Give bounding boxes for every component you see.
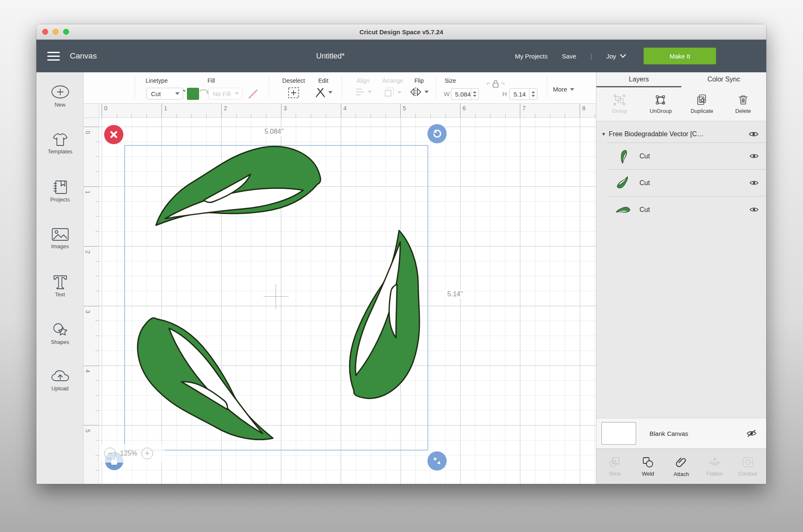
eye-icon	[749, 180, 759, 186]
blank-canvas-visibility-toggle[interactable]	[746, 429, 757, 438]
layer-visibility-toggle[interactable]	[749, 206, 759, 213]
width-input[interactable]: 5.084	[451, 88, 479, 100]
paperclip-icon	[675, 456, 688, 468]
layer-actions-bar: Slice Weld Attach Flatten Contour	[596, 448, 766, 484]
flatten-button[interactable]: Flatten	[698, 449, 731, 484]
linetype-dropdown[interactable]: Cut	[146, 88, 183, 99]
slice-button[interactable]: Slice	[598, 449, 632, 484]
zoom-level: 125%	[120, 450, 137, 457]
resize-selection-handle[interactable]	[427, 451, 447, 471]
layer-visibility-toggle[interactable]	[749, 153, 759, 159]
fill-dropdown[interactable]: No Fill	[208, 88, 243, 99]
zoom-in-button[interactable]: +	[141, 448, 153, 459]
flip-icon	[410, 87, 422, 97]
zoom-out-button[interactable]: −	[104, 448, 116, 459]
main-area: Linetype Cut Fill No Fill Deselect	[84, 72, 596, 484]
chevron-down-icon	[397, 91, 402, 94]
chevron-down-icon	[235, 92, 239, 95]
machine-selector[interactable]: Joy	[606, 53, 626, 60]
selection-bounding-box[interactable]	[124, 145, 428, 451]
selection-height-label: 5.14"	[445, 290, 465, 298]
delete-selection-handle[interactable]	[104, 125, 123, 144]
ruler-corner	[84, 104, 99, 118]
design-canvas[interactable]: 5.084" 5.14" − 125% +	[99, 118, 596, 484]
linetype-label: Linetype	[146, 77, 168, 84]
make-it-button[interactable]: Make It	[644, 48, 716, 64]
chevron-down-icon	[570, 88, 574, 91]
top-navbar: Canvas Untitled* My Projects Save | Joy …	[36, 40, 766, 72]
eye-off-icon	[746, 429, 757, 438]
more-button[interactable]: More	[553, 86, 574, 93]
sidebar-item-images[interactable]: Images	[36, 227, 84, 249]
linetype-color-swatch[interactable]	[187, 88, 199, 100]
width-stepper[interactable]	[471, 89, 478, 99]
toolbar-divider	[269, 76, 269, 98]
layer-row-cut-1[interactable]: Cut	[607, 143, 766, 169]
sidebar-item-templates[interactable]: Templates	[36, 132, 84, 155]
sidebar-item-text[interactable]: Text	[36, 275, 84, 298]
chevron-down-icon	[175, 92, 179, 95]
toolbar-divider	[135, 76, 135, 98]
edit-button[interactable]: Edit	[312, 77, 335, 98]
height-input[interactable]: 5.14	[509, 88, 537, 100]
flip-button[interactable]: Flip	[409, 77, 429, 97]
machine-name: Joy	[606, 53, 616, 60]
new-plus-icon	[51, 85, 70, 100]
width-field-label: W	[444, 90, 450, 97]
slice-icon	[609, 456, 621, 468]
group-button[interactable]: Group	[599, 87, 640, 121]
layer-group-header[interactable]: ▾ Free Biodegradable Vector [C…	[596, 125, 766, 143]
leaf-thumbnail	[613, 173, 633, 193]
align-button[interactable]: Align	[350, 77, 376, 97]
attach-button[interactable]: Attach	[665, 449, 698, 484]
save-link[interactable]: Save	[562, 53, 576, 60]
toolbar-divider	[547, 76, 547, 98]
chevron-down-icon	[368, 91, 372, 93]
close-x-icon	[110, 130, 118, 139]
toolbar-divider	[342, 76, 342, 98]
disclosure-triangle-icon[interactable]: ▾	[602, 131, 605, 137]
layer-visibility-toggle[interactable]	[749, 180, 759, 186]
my-projects-link[interactable]: My Projects	[515, 53, 547, 60]
chevron-down-icon	[328, 91, 332, 94]
document-title[interactable]: Untitled*	[316, 40, 345, 72]
sidebar-item-upload[interactable]: Upload	[36, 369, 84, 392]
duplicate-button[interactable]: Duplicate	[681, 87, 723, 121]
group-visibility-toggle[interactable]	[749, 131, 759, 137]
tab-color-sync[interactable]: Color Sync	[681, 72, 766, 87]
ungroup-icon	[655, 94, 667, 106]
flatten-icon	[708, 456, 721, 468]
layer-row-cut-3[interactable]: Cut	[607, 196, 766, 223]
arrange-button[interactable]: Arrange	[379, 77, 407, 98]
tab-layers[interactable]: Layers	[596, 72, 681, 87]
weld-icon	[642, 456, 654, 468]
contour-button[interactable]: Contour	[731, 449, 765, 484]
chevron-down-icon	[425, 91, 429, 93]
height-stepper[interactable]	[529, 89, 537, 99]
height-field-label: H	[502, 90, 507, 97]
align-icon	[355, 87, 366, 97]
hamburger-menu-icon[interactable]	[47, 52, 60, 63]
layer-row-cut-2[interactable]: Cut	[607, 169, 766, 196]
weld-button[interactable]: Weld	[632, 449, 665, 484]
sidebar-item-shapes[interactable]: Shapes	[36, 322, 84, 345]
blank-canvas-row[interactable]: Blank Canvas	[596, 418, 766, 448]
blank-canvas-swatch[interactable]	[601, 422, 636, 445]
deselect-button[interactable]: Deselect	[277, 77, 310, 99]
left-sidebar: New Templates Projects Images Text Shape…	[36, 72, 84, 484]
shapes-star-icon	[51, 322, 69, 337]
blank-canvas-label: Blank Canvas	[650, 430, 746, 437]
size-lock-icon[interactable]	[486, 79, 505, 91]
rotate-icon	[432, 129, 442, 139]
resize-diagonal-icon	[432, 456, 442, 466]
notebook-icon	[51, 180, 69, 195]
rotate-selection-handle[interactable]	[427, 124, 447, 143]
app-window: Cricut Design Space v5.7.24 Canvas Untit…	[36, 24, 766, 484]
ungroup-button[interactable]: UnGroup	[640, 87, 682, 121]
sidebar-item-projects[interactable]: Projects	[36, 180, 84, 203]
chevron-down-icon	[620, 54, 626, 58]
delete-button[interactable]: Delete	[723, 87, 764, 121]
canvas-page-label: Canvas	[70, 40, 97, 72]
sidebar-item-new[interactable]: New	[36, 85, 84, 108]
layer-group-title: Free Biodegradable Vector [C…	[609, 130, 749, 138]
